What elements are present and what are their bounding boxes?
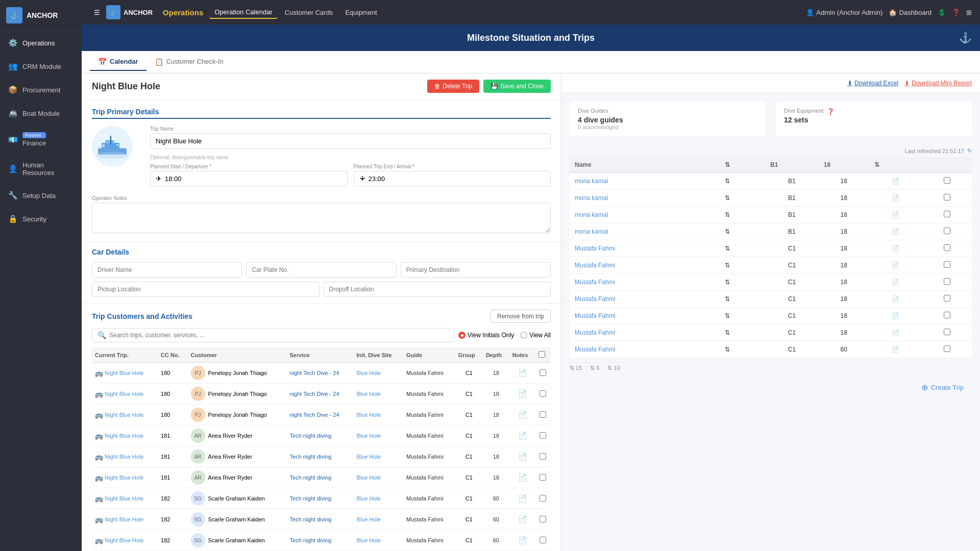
dive-site-link[interactable]: Blue Hole	[357, 433, 381, 439]
row-checkbox[interactable]	[540, 453, 546, 460]
right-row-checkbox[interactable]	[944, 345, 950, 352]
right-notes-icon[interactable]: 📄	[892, 262, 899, 269]
trip-link[interactable]: 🚌 Night Blue Hole	[95, 411, 155, 419]
right-notes-icon[interactable]: 📄	[892, 312, 899, 319]
dashboard-link[interactable]: 🏠 Dashboard	[889, 9, 932, 16]
sidebar-item-boat[interactable]: 🚢 Boat Module	[0, 102, 82, 125]
nav-link-customer-cards[interactable]: Customer Cards	[280, 7, 338, 18]
row-checkbox[interactable]	[540, 495, 546, 502]
right-notes-icon[interactable]: 📄	[892, 178, 899, 185]
currency-icon-btn[interactable]: 💲	[938, 9, 946, 16]
dive-site-link[interactable]: Blue Hole	[357, 370, 381, 376]
right-notes-icon[interactable]: 📄	[892, 329, 899, 336]
user-info[interactable]: 👤 Admin (Anchor Admin)	[806, 9, 883, 16]
download-mini-report-button[interactable]: ⬇ Download Mini Report	[904, 80, 972, 87]
customer-search-input[interactable]	[109, 332, 449, 339]
sidebar-item-finance[interactable]: 💶 Finance Finance	[0, 125, 82, 154]
right-row-checkbox[interactable]	[944, 261, 950, 268]
row-checkbox[interactable]	[540, 411, 546, 418]
sidebar-item-setup[interactable]: 🔧 Setup Data	[0, 184, 82, 207]
apps-button[interactable]: ⊞	[966, 9, 972, 16]
trip-link[interactable]: 🚌 Night Blue Hole	[95, 537, 155, 544]
save-close-button[interactable]: 💾 Save and Close	[483, 80, 551, 93]
sidebar-item-security[interactable]: 🔒 Security	[0, 207, 82, 231]
right-row-checkbox[interactable]	[944, 312, 950, 318]
dive-site-link[interactable]: Blue Hole	[357, 412, 381, 418]
nav-link-operation-calendar[interactable]: Operation Calendar	[209, 6, 277, 19]
trip-link[interactable]: 🚌 Night Blue Hole	[95, 432, 155, 440]
dive-site-link[interactable]: Blue Hole	[357, 537, 381, 543]
hamburger-menu-button[interactable]: ☰	[90, 5, 104, 19]
trip-link[interactable]: 🚌 Night Blue Hole	[95, 369, 155, 377]
delete-trip-button[interactable]: 🗑 Delete Trip	[427, 80, 479, 93]
notes-icon[interactable]: 📄	[518, 369, 527, 377]
notes-icon[interactable]: 📄	[518, 411, 527, 419]
view-all-radio[interactable]: View All	[520, 332, 551, 339]
dropoff-location-input[interactable]	[324, 282, 551, 297]
nav-link-equipment[interactable]: Equipment	[340, 7, 382, 18]
trip-link[interactable]: 🚌 Night Blue Hole	[95, 453, 155, 461]
row-checkbox[interactable]	[540, 537, 546, 543]
right-notes-icon[interactable]: 📄	[892, 211, 899, 218]
row-checkbox[interactable]	[540, 390, 546, 397]
tab-customer-checkin[interactable]: 📋 Customer Check-In	[146, 54, 232, 71]
right-row-checkbox[interactable]	[944, 194, 950, 201]
trip-name-input[interactable]	[150, 133, 551, 149]
right-notes-icon[interactable]: 📄	[892, 228, 899, 235]
notes-icon[interactable]: 📄	[518, 453, 527, 461]
right-row-checkbox[interactable]	[944, 278, 950, 285]
notes-icon[interactable]: 📄	[518, 390, 527, 398]
filter-icon[interactable]: ⇅	[725, 161, 730, 168]
right-row-checkbox[interactable]	[944, 295, 950, 302]
car-plate-input[interactable]	[246, 262, 396, 278]
sidebar-item-operations[interactable]: ⚙️ Operations	[0, 31, 82, 55]
operator-notes-textarea[interactable]	[92, 203, 551, 233]
refresh-icon[interactable]: ↻	[967, 147, 972, 154]
download-excel-button[interactable]: ⬇ Download Excel	[847, 80, 898, 87]
trip-header: Night Blue Hole 🗑 Delete Trip 💾 Save and…	[82, 73, 561, 99]
trip-link[interactable]: 🚌 Night Blue Hole	[95, 495, 155, 503]
pickup-location-input[interactable]	[92, 282, 320, 297]
right-notes-icon[interactable]: 📄	[892, 279, 899, 286]
right-notes-icon[interactable]: 📄	[892, 346, 899, 353]
right-notes-icon[interactable]: 📄	[892, 295, 899, 303]
driver-name-input[interactable]	[92, 262, 242, 278]
notes-icon[interactable]: 📄	[518, 515, 527, 523]
view-initials-radio[interactable]: View Initials Only	[458, 332, 514, 339]
right-row-checkbox[interactable]	[944, 329, 950, 335]
notes-icon[interactable]: 📄	[518, 432, 527, 440]
tab-calendar[interactable]: 📅 Calendar	[90, 54, 146, 71]
select-all-checkbox[interactable]	[538, 351, 545, 358]
primary-destination-input[interactable]	[401, 262, 551, 278]
sidebar-item-crm[interactable]: 👥 CRM Module	[0, 55, 82, 78]
help-button[interactable]: ❓	[952, 9, 960, 16]
right-row-checkbox[interactable]	[944, 228, 950, 234]
notes-icon[interactable]: 📄	[518, 536, 527, 544]
dive-site-link[interactable]: Blue Hole	[357, 516, 381, 522]
planned-start-input[interactable]	[165, 175, 342, 183]
dive-site-link[interactable]: Blue Hole	[357, 454, 381, 460]
create-trip-button[interactable]: ⊕ Create Trip	[913, 378, 972, 397]
row-checkbox[interactable]	[540, 369, 546, 376]
right-row-checkbox[interactable]	[944, 211, 950, 217]
notes-icon[interactable]: 📄	[518, 473, 527, 482]
row-checkbox[interactable]	[540, 432, 546, 439]
trip-link[interactable]: 🚌 Night Blue Hole	[95, 390, 155, 398]
trip-link[interactable]: 🚌 Night Blue Hole	[95, 474, 155, 482]
notes-filter-icon[interactable]: ⇅	[874, 161, 879, 168]
row-checkbox[interactable]	[540, 516, 546, 522]
dive-site-link[interactable]: Blue Hole	[357, 474, 381, 481]
right-notes-icon[interactable]: 📄	[892, 194, 899, 202]
planned-end-input[interactable]	[369, 175, 546, 183]
dive-site-link[interactable]: Blue Hole	[357, 391, 381, 397]
sidebar-item-procurement[interactable]: 📦 Procurement	[0, 78, 82, 102]
right-row-checkbox[interactable]	[944, 177, 950, 184]
row-checkbox[interactable]	[540, 474, 546, 481]
notes-icon[interactable]: 📄	[518, 494, 527, 503]
right-row-checkbox[interactable]	[944, 244, 950, 251]
sidebar-item-hr[interactable]: 👤 Human Resources	[0, 154, 82, 184]
dive-site-link[interactable]: Blue Hole	[357, 495, 381, 502]
trip-link[interactable]: 🚌 Night Blue Hole	[95, 516, 155, 523]
right-notes-icon[interactable]: 📄	[892, 245, 899, 252]
remove-from-trip-button[interactable]: Remove from trip	[491, 310, 551, 323]
